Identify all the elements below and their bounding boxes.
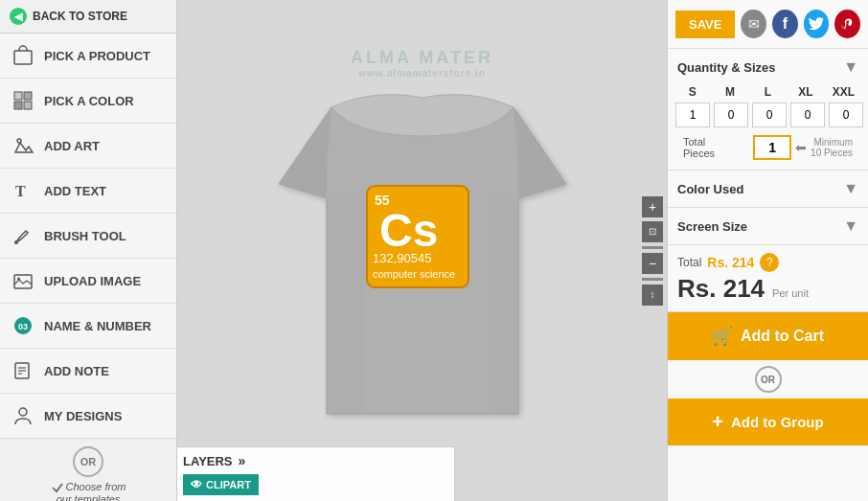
sidebar-item-label: UPLOAD IMAGE (44, 274, 141, 288)
svg-rect-1 (14, 92, 22, 100)
sidebar-item-add-text[interactable]: T ADD TEXT (0, 169, 176, 214)
size-label-xxl: XXL (827, 85, 860, 99)
total-row: TotalPieces ⬅ Minimum10 Pieces (675, 127, 860, 160)
sidebar-item-pick-color[interactable]: PICK A COLOR (0, 79, 176, 124)
pick-product-icon (11, 44, 34, 67)
help-icon[interactable]: ? (760, 253, 779, 272)
quantity-chevron-icon: ▼ (843, 58, 858, 76)
zoom-in-button[interactable]: + (642, 196, 663, 217)
layers-expand-icon[interactable]: » (239, 453, 246, 468)
layers-content: 👁 CLIPART (183, 474, 448, 495)
sidebar-item-label: BRUSH TOOL (44, 229, 126, 243)
size-label-xl: XL (788, 85, 822, 99)
brush-tool-icon (11, 224, 34, 247)
sidebar-item-add-art[interactable]: ADD ART (0, 124, 176, 169)
minimum-pieces-label: Minimum10 Pieces (811, 137, 853, 158)
add-note-icon (11, 359, 34, 382)
svg-text:T: T (15, 183, 26, 199)
sizes-header-row: S M L XL XXL (675, 85, 860, 99)
zoom-fit-button[interactable]: ⊡ (642, 221, 663, 242)
color-section-title: Color Used (677, 182, 743, 196)
share-bar: SAVE ✉ f (668, 0, 868, 49)
choose-template-text: Choose fromour templates (41, 481, 136, 501)
or-circle-small: OR (755, 366, 782, 393)
sidebar-item-label: PICK A COLOR (44, 94, 134, 108)
plus-icon: + (712, 411, 723, 433)
sidebar-item-pick-product[interactable]: PICK A PRODUCT (0, 34, 176, 79)
size-input-xl[interactable] (790, 102, 825, 127)
sidebar-item-brush-tool[interactable]: BRUSH TOOL (0, 214, 176, 259)
pick-color-icon (11, 89, 34, 112)
svg-rect-0 (14, 51, 32, 64)
layers-label: LAYERS (183, 454, 233, 468)
size-input-s[interactable] (675, 102, 710, 127)
svg-text:03: 03 (18, 322, 28, 331)
sidebar-item-add-note[interactable]: ADD NOTE (0, 349, 176, 394)
add-to-group-button[interactable]: + Add to Group (668, 399, 868, 445)
svg-text:computer science: computer science (373, 268, 455, 280)
svg-point-16 (19, 408, 27, 416)
add-to-cart-label: Add to Cart (741, 328, 824, 345)
total-pieces-input[interactable] (753, 135, 791, 160)
share-facebook-button[interactable]: f (772, 10, 798, 38)
add-to-cart-button[interactable]: 🛒 Add to Cart (668, 312, 868, 360)
canvas-wrapper[interactable]: ALMA MATER www.almamaterstore.in (177, 0, 667, 501)
sidebar-item-my-designs[interactable]: MY DESIGNS (0, 394, 176, 439)
layer-eye-icon: 👁 (191, 478, 202, 491)
back-arrow-icon: ◀ (10, 8, 27, 25)
size-label-s: S (675, 85, 709, 99)
size-input-xxl[interactable] (829, 102, 863, 127)
back-to-store-label: BACK TO STORE (33, 10, 127, 23)
svg-point-9 (17, 278, 20, 281)
screen-size-title: Screen Size (677, 219, 747, 234)
color-section: Color Used ▼ (668, 171, 868, 208)
svg-rect-2 (24, 92, 32, 100)
svg-point-7 (14, 240, 18, 244)
size-input-m[interactable] (714, 102, 748, 127)
sidebar: ◀ BACK TO STORE PICK A PRODUCT PICK A CO… (0, 0, 177, 501)
svg-text:Cs: Cs (379, 205, 438, 256)
tshirt-container[interactable]: 55 Cs 132,90545 computer science (240, 50, 605, 452)
share-twitter-button[interactable] (804, 10, 830, 38)
sidebar-item-label: ADD ART (44, 139, 100, 153)
right-panel: SAVE ✉ f Quantity & Sizes ▼ S M L XL XXL (667, 0, 868, 501)
size-label-l: L (751, 85, 785, 99)
sidebar-item-label: NAME & NUMBER (44, 319, 151, 333)
zoom-divider (642, 246, 663, 249)
cart-icon: 🛒 (712, 326, 733, 347)
back-to-store-link[interactable]: ◀ BACK TO STORE (0, 0, 176, 34)
share-email-button[interactable]: ✉ (741, 10, 766, 38)
name-number-icon: 03 (11, 314, 34, 337)
svg-rect-4 (24, 102, 32, 109)
layers-header: LAYERS » (183, 453, 448, 468)
per-unit-label: Per unit (772, 287, 809, 299)
screen-size-section: Screen Size ▼ (668, 208, 868, 245)
clipart-element[interactable]: 55 Cs 132,90545 computer science (365, 184, 470, 289)
share-pinterest-button[interactable] (834, 10, 860, 38)
price-section: Total Rs. 214 ? Rs. 214 Per unit (668, 245, 868, 312)
upload-image-icon (11, 269, 34, 292)
zoom-out-button[interactable]: − (642, 253, 663, 274)
rotate-button[interactable]: ↕ (642, 285, 663, 306)
total-price-row: Total Rs. 214 ? (677, 253, 858, 272)
color-section-header[interactable]: Color Used ▼ (668, 171, 868, 207)
svg-point-5 (17, 139, 21, 143)
total-input-wrapper: ⬅ Minimum10 Pieces (753, 135, 853, 160)
canvas-area: ALMA MATER www.almamaterstore.in (177, 0, 667, 501)
sizes-grid: S M L XL XXL TotalPieces ⬅ Minimum10 Pie… (668, 85, 868, 170)
sidebar-item-upload-image[interactable]: UPLOAD IMAGE (0, 259, 176, 304)
screen-size-chevron-icon: ▼ (843, 217, 858, 235)
color-chevron-icon: ▼ (843, 180, 858, 197)
quantity-section-header[interactable]: Quantity & Sizes ▼ (668, 49, 868, 85)
size-label-m: M (713, 85, 746, 99)
svg-text:132,90545: 132,90545 (373, 251, 431, 265)
arrow-icon: ⬅ (795, 140, 807, 155)
sidebar-item-label: ADD TEXT (44, 184, 106, 198)
sidebar-item-name-number[interactable]: 03 NAME & NUMBER (0, 304, 176, 349)
layer-clipart[interactable]: 👁 CLIPART (183, 474, 259, 495)
screen-size-section-header[interactable]: Screen Size ▼ (668, 208, 868, 244)
total-text: Total (677, 256, 701, 269)
size-input-l[interactable] (752, 102, 787, 127)
zoom-controls: + ⊡ − ↕ (638, 193, 667, 309)
save-button[interactable]: SAVE (675, 11, 735, 38)
